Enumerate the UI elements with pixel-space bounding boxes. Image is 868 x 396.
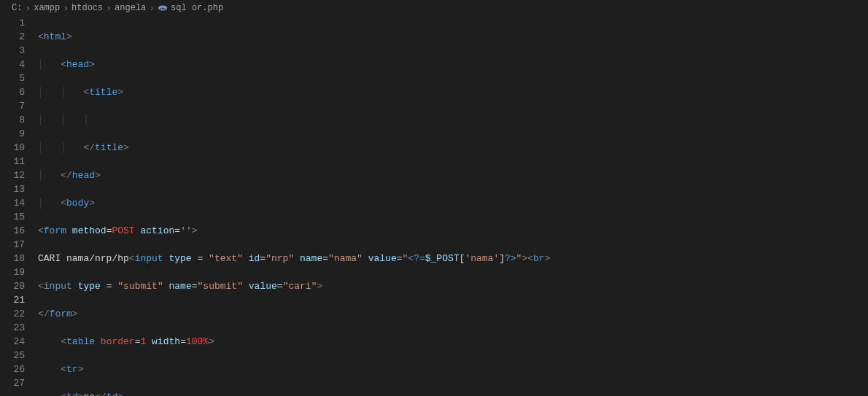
breadcrumb-seg[interactable]: sql or.php: [171, 3, 223, 13]
chevron-right-icon: ›: [106, 3, 112, 14]
line-number-gutter: 1234567891011121314151617181920212223242…: [0, 16, 38, 396]
code-line[interactable]: <html>: [38, 30, 861, 44]
code-line[interactable]: │ <body>: [38, 196, 861, 210]
breadcrumb-seg[interactable]: C:: [12, 3, 22, 13]
breadcrumb-seg[interactable]: xampp: [34, 3, 60, 13]
svg-text:php: php: [160, 7, 166, 10]
code-line[interactable]: │ │ </title>: [38, 141, 861, 155]
minimap[interactable]: [861, 16, 868, 396]
chevron-right-icon: ›: [149, 3, 155, 14]
code-line[interactable]: </form>: [38, 307, 861, 321]
editor[interactable]: 1234567891011121314151617181920212223242…: [0, 16, 868, 396]
code-area[interactable]: <html> │ <head> │ │ <title> │ │ │ │ │ </…: [38, 16, 861, 396]
chevron-right-icon: ›: [63, 3, 69, 14]
breadcrumb[interactable]: C: › xampp › htdocs › angela › php sql o…: [0, 0, 868, 16]
code-line[interactable]: <td>no</td>: [38, 390, 861, 396]
code-line[interactable]: │ │ <title>: [38, 85, 861, 99]
code-line[interactable]: <table border=1 width=100%>: [38, 335, 861, 349]
code-line[interactable]: CARI nama/nrp/hp<input type = "text" id=…: [38, 252, 861, 265]
breadcrumb-seg[interactable]: htdocs: [71, 3, 103, 13]
code-line[interactable]: <tr>: [38, 362, 861, 376]
code-line[interactable]: <input type = "submit" name="submit" val…: [38, 279, 861, 293]
code-line[interactable]: │ <head>: [38, 58, 861, 71]
code-line[interactable]: │ </head>: [38, 168, 861, 182]
php-file-icon: php: [158, 3, 168, 13]
code-line[interactable]: <form method=POST action=''>: [38, 224, 861, 238]
code-line[interactable]: │ │ │: [38, 113, 861, 127]
chevron-right-icon: ›: [25, 3, 31, 14]
breadcrumb-seg[interactable]: angela: [115, 3, 146, 13]
